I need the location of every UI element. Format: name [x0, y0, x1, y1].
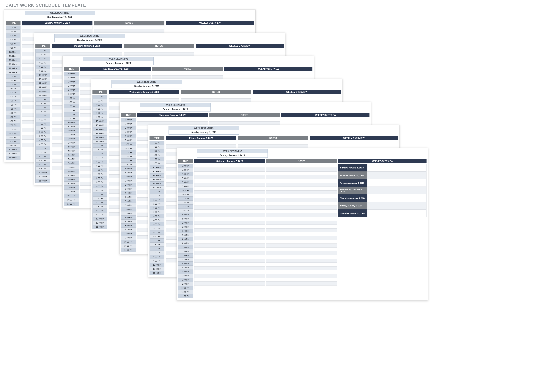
notes-cell[interactable]	[266, 221, 337, 225]
schedule-cell[interactable]	[194, 244, 265, 247]
schedule-cell[interactable]	[166, 141, 236, 145]
schedule-cell[interactable]	[194, 259, 265, 263]
notes-cell[interactable]	[266, 229, 337, 232]
schedule-cell[interactable]	[194, 278, 265, 282]
schedule-cell[interactable]	[194, 251, 265, 255]
notes-cell[interactable]	[266, 172, 337, 175]
weekly-overview-item[interactable]: Tuesday, January 3, 2023	[338, 179, 427, 187]
weekly-overview-item[interactable]: Friday, January 6, 2023	[338, 202, 427, 210]
notes-cell[interactable]	[266, 194, 337, 198]
schedule-cell[interactable]	[137, 118, 208, 121]
schedule-cell[interactable]	[194, 266, 265, 270]
weekly-overview-value[interactable]	[367, 172, 427, 179]
week-beginning-value[interactable]: Sunday, January 1, 2023	[140, 107, 211, 112]
notes-cell[interactable]	[94, 25, 164, 29]
schedule-cell[interactable]	[194, 198, 265, 202]
week-beginning-value[interactable]: Sunday, January 1, 2023	[168, 130, 239, 135]
schedule-cell[interactable]	[194, 247, 265, 251]
schedule-cell[interactable]	[194, 202, 265, 206]
weekly-overview-item[interactable]: Sunday, January 1, 2023	[338, 164, 427, 172]
schedule-cell[interactable]	[194, 221, 265, 225]
notes-cell[interactable]	[266, 251, 337, 255]
week-beginning-value[interactable]: Sunday, January 1, 2023	[83, 61, 154, 65]
schedule-cell[interactable]	[194, 183, 265, 187]
weekly-overview-value[interactable]	[367, 210, 427, 217]
schedule-cell[interactable]	[194, 187, 265, 191]
schedule-cell[interactable]	[194, 232, 265, 236]
notes-cell[interactable]	[266, 187, 337, 191]
notes-cell[interactable]	[266, 164, 337, 168]
weekly-overview-value[interactable]	[367, 194, 427, 202]
notes-cell[interactable]	[266, 244, 337, 247]
notes-cell[interactable]	[266, 278, 337, 282]
notes-cell[interactable]	[266, 198, 337, 202]
schedule-cell[interactable]	[194, 164, 265, 168]
schedule-cell[interactable]	[194, 175, 265, 179]
notes-cell[interactable]	[266, 206, 337, 210]
notes-cell[interactable]	[266, 183, 337, 187]
notes-cell[interactable]	[181, 95, 251, 98]
notes-cell[interactable]	[266, 210, 337, 213]
weekly-overview-item[interactable]: Wednesday, January 4, 2023	[338, 187, 427, 194]
notes-cell[interactable]	[266, 175, 337, 179]
notes-cell[interactable]	[266, 179, 337, 183]
schedule-cell[interactable]	[194, 191, 265, 194]
week-beginning-value[interactable]: Sunday, January 1, 2023	[24, 15, 95, 19]
schedule-cell[interactable]	[194, 229, 265, 232]
notes-cell[interactable]	[266, 232, 337, 236]
schedule-cell[interactable]	[109, 95, 179, 98]
notes-cell[interactable]	[124, 49, 194, 52]
time-slot: 8:30 AM	[149, 153, 164, 157]
schedule-cell[interactable]	[194, 225, 265, 229]
weekly-overview-value[interactable]	[367, 179, 427, 187]
notes-cell[interactable]	[238, 141, 308, 145]
weekly-overview-item[interactable]: Saturday, January 7, 2023	[338, 210, 427, 217]
notes-cell[interactable]	[266, 217, 337, 221]
schedule-cell[interactable]	[194, 210, 265, 213]
notes-cell[interactable]	[266, 240, 337, 244]
weekly-overview-value[interactable]	[367, 187, 427, 194]
notes-cell[interactable]	[266, 236, 337, 240]
week-beginning-value[interactable]: Sunday, January 1, 2023	[111, 84, 182, 89]
notes-cell[interactable]	[266, 225, 337, 229]
schedule-cell[interactable]	[194, 236, 265, 240]
week-beginning-value[interactable]: Sunday, January 1, 2023	[54, 38, 125, 42]
notes-cell[interactable]	[266, 270, 337, 274]
notes-cell[interactable]	[266, 266, 337, 270]
schedule-cell[interactable]	[194, 240, 265, 244]
weekly-overview-value[interactable]	[367, 164, 427, 172]
weekly-overview-item[interactable]: Thursday, January 5, 2023	[338, 194, 427, 202]
schedule-cell[interactable]	[194, 168, 265, 172]
schedule-cell[interactable]	[194, 206, 265, 210]
schedule-cell[interactable]	[194, 194, 265, 198]
notes-cell[interactable]	[266, 274, 337, 278]
schedule-cell[interactable]	[194, 213, 265, 217]
schedule-cell[interactable]	[194, 179, 265, 183]
schedule-cell[interactable]	[194, 172, 265, 175]
schedule-cell[interactable]	[22, 25, 92, 29]
notes-cell[interactable]	[266, 247, 337, 251]
schedule-cell[interactable]	[194, 263, 265, 266]
weekly-overview-item[interactable]: Monday, January 2, 2023	[338, 172, 427, 179]
schedule-cell[interactable]	[80, 72, 151, 75]
notes-cell[interactable]	[152, 72, 223, 75]
notes-cell[interactable]	[266, 259, 337, 263]
schedule-cell[interactable]	[194, 274, 265, 278]
weekly-overview-value[interactable]	[367, 202, 427, 210]
schedule-cell[interactable]	[194, 282, 265, 285]
schedule-cell[interactable]	[194, 255, 265, 259]
schedule-cell[interactable]	[194, 270, 265, 274]
schedule-cell[interactable]	[194, 217, 265, 221]
notes-cell[interactable]	[266, 263, 337, 266]
notes-cell[interactable]	[266, 191, 337, 194]
notes-cell[interactable]	[266, 213, 337, 217]
schedule-cell[interactable]	[194, 285, 265, 289]
notes-cell[interactable]	[266, 282, 337, 285]
notes-cell[interactable]	[266, 255, 337, 259]
notes-cell[interactable]	[209, 118, 280, 121]
notes-cell[interactable]	[266, 202, 337, 206]
notes-cell[interactable]	[266, 285, 337, 289]
schedule-cell[interactable]	[52, 49, 122, 52]
week-beginning-value[interactable]: Sunday, January 1, 2023	[197, 154, 268, 158]
notes-cell[interactable]	[266, 168, 337, 172]
